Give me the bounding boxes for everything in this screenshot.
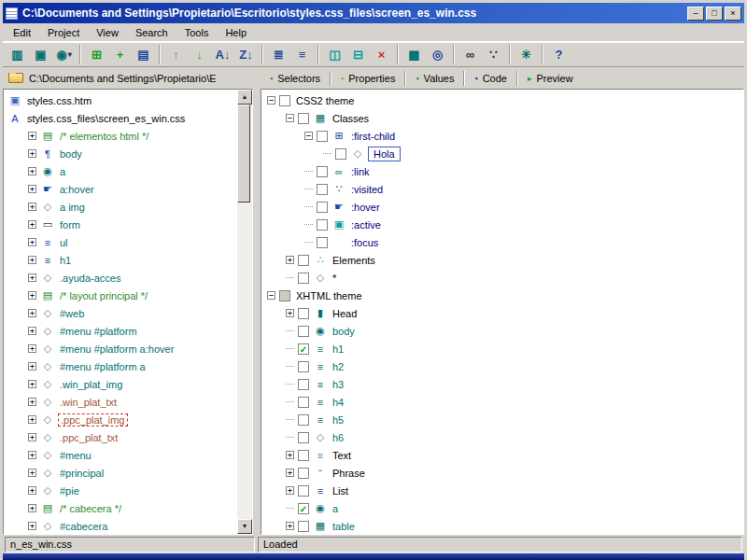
- style-walker-button[interactable]: ∵: [482, 44, 505, 65]
- maximize-button[interactable]: □: [706, 7, 723, 21]
- tree-item-label[interactable]: Head: [331, 308, 359, 319]
- scroll-down-button[interactable]: ▼: [237, 519, 252, 534]
- tree-row[interactable]: +◇#menu #platform a: [4, 357, 237, 375]
- close-button[interactable]: ×: [725, 7, 741, 21]
- tree-item-label[interactable]: a: [58, 166, 67, 177]
- tree-item-label[interactable]: styles.css_files\screen_es_win.css: [25, 113, 187, 124]
- tree-row[interactable]: +◇.win_plat_txt: [4, 393, 237, 411]
- tree-item-label[interactable]: #menu: [58, 450, 93, 461]
- tree-row[interactable]: +≡ul: [4, 233, 237, 251]
- tree-item-label[interactable]: body: [331, 326, 357, 337]
- expand-toggle[interactable]: +: [286, 486, 294, 495]
- panel-splitter[interactable]: [253, 89, 261, 535]
- tab-properties[interactable]: ▪Properties: [333, 70, 402, 87]
- tree-checkbox[interactable]: [298, 379, 309, 390]
- scrollbar-track[interactable]: [237, 105, 252, 519]
- tree-item-label[interactable]: #menu #platform a: [58, 361, 148, 372]
- expand-toggle[interactable]: +: [28, 344, 36, 353]
- scrollbar-thumb[interactable]: [237, 105, 250, 203]
- help-button[interactable]: ?: [547, 44, 571, 65]
- rename-input[interactable]: Hola: [368, 147, 401, 161]
- tree-item-label[interactable]: h4: [331, 397, 345, 408]
- tree-item-label[interactable]: :hover: [349, 202, 382, 213]
- tree-row[interactable]: +☛a:hover: [4, 180, 237, 198]
- tree-row[interactable]: +◇#menu #platform: [4, 322, 237, 340]
- expand-toggle[interactable]: +: [286, 469, 294, 477]
- expand-toggle[interactable]: +: [28, 362, 36, 371]
- sort-descending-button[interactable]: Z↓: [234, 44, 258, 65]
- tree-row[interactable]: ◉body: [261, 322, 743, 340]
- tree-row[interactable]: ◇Hola: [261, 145, 743, 162]
- tree-item-label[interactable]: .ppc_plat_img: [58, 413, 128, 427]
- validate-css-button[interactable]: ▩: [402, 44, 426, 65]
- expand-toggle[interactable]: +: [28, 415, 36, 424]
- tree-item-label[interactable]: Classes: [331, 113, 371, 124]
- expand-toggle[interactable]: +: [28, 203, 36, 211]
- move-up-button[interactable]: ↑: [164, 44, 188, 65]
- expand-toggle[interactable]: +: [28, 451, 36, 459]
- tree-row[interactable]: +◇#cabecera: [4, 517, 237, 534]
- tree-row[interactable]: +◇#principal: [4, 464, 237, 482]
- tree-row[interactable]: −CSS2 theme: [261, 91, 743, 109]
- tree-item-label[interactable]: h1: [331, 343, 345, 355]
- tab-selectors[interactable]: ▪Selectors: [262, 70, 328, 87]
- list-view-button[interactable]: ≡: [290, 44, 314, 65]
- tree-item-label[interactable]: :link: [349, 166, 372, 177]
- tree-item-label[interactable]: Phrase: [331, 468, 367, 479]
- tree-item-label[interactable]: Elements: [331, 255, 377, 266]
- expand-toggle[interactable]: +: [28, 256, 36, 264]
- tree-row[interactable]: :focus: [261, 233, 743, 251]
- tree-checkbox[interactable]: [298, 468, 309, 479]
- expand-toggle[interactable]: +: [28, 398, 36, 406]
- tree-item-label[interactable]: a: [331, 503, 340, 514]
- tree-checkbox[interactable]: [298, 326, 309, 337]
- tab-code[interactable]: ▪Code: [467, 70, 514, 87]
- tree-checkbox[interactable]: [298, 521, 309, 532]
- tree-item-label[interactable]: XHTML theme: [294, 290, 364, 301]
- tree-checkbox[interactable]: ✓: [298, 343, 309, 355]
- upload-style-button[interactable]: ◉▾: [52, 44, 76, 65]
- tree-item-label[interactable]: a:hover: [58, 184, 96, 195]
- tree-row[interactable]: +≡List: [261, 482, 743, 499]
- tree-checkbox[interactable]: [298, 308, 309, 319]
- delete-button[interactable]: ×: [370, 44, 393, 65]
- tree-row[interactable]: ✓◉a: [261, 499, 743, 517]
- tree-row[interactable]: −▦Classes: [261, 109, 743, 127]
- tree-item-label[interactable]: h5: [331, 414, 345, 426]
- tree-row[interactable]: +◇#menu #platform a:hover: [4, 340, 237, 357]
- tree-item-label[interactable]: :visited: [349, 184, 385, 195]
- tree-item-label[interactable]: h1: [58, 255, 73, 266]
- tree-item-label[interactable]: /* elementos html */: [58, 131, 150, 142]
- preview-in-browser-button[interactable]: ◎: [426, 44, 449, 65]
- tree-row[interactable]: ≡h2: [261, 357, 743, 375]
- tree-item-label[interactable]: #menu #platform: [58, 326, 139, 337]
- tree-item-label[interactable]: #web: [58, 308, 86, 319]
- tree-item-label[interactable]: #pie: [58, 485, 81, 497]
- tab-preview[interactable]: ▸Preview: [520, 70, 581, 87]
- tree-checkbox[interactable]: [317, 166, 328, 177]
- tree-row[interactable]: +◇#pie: [4, 482, 237, 499]
- tree-item-label[interactable]: a img: [58, 202, 87, 213]
- tree-checkbox[interactable]: [317, 219, 328, 231]
- expand-toggle[interactable]: +: [28, 504, 36, 512]
- tile-view-button[interactable]: ⊟: [346, 44, 370, 65]
- tree-row[interactable]: ≡h5: [261, 411, 743, 428]
- expand-toggle[interactable]: +: [28, 273, 36, 282]
- expand-toggle[interactable]: +: [28, 185, 36, 193]
- tree-item-label[interactable]: body: [58, 148, 84, 160]
- expand-toggle[interactable]: +: [28, 522, 36, 530]
- tree-row[interactable]: +◇#menu: [4, 446, 237, 464]
- expand-toggle[interactable]: +: [28, 433, 36, 441]
- tree-row[interactable]: ≡h3: [261, 375, 743, 393]
- tree-checkbox[interactable]: [279, 95, 290, 106]
- tree-checkbox[interactable]: [298, 414, 309, 426]
- tree-checkbox[interactable]: [298, 397, 309, 408]
- tree-checkbox[interactable]: [317, 131, 328, 142]
- tree-item-label[interactable]: :focus: [349, 237, 380, 248]
- tree-row[interactable]: ✓≡h1: [261, 340, 743, 357]
- expand-toggle[interactable]: −: [267, 96, 275, 105]
- minimize-button[interactable]: –: [687, 7, 704, 21]
- tree-row[interactable]: ▣:active: [261, 216, 743, 233]
- tree-row[interactable]: +▦table: [261, 517, 743, 535]
- tree-row[interactable]: +◇a img: [4, 198, 237, 216]
